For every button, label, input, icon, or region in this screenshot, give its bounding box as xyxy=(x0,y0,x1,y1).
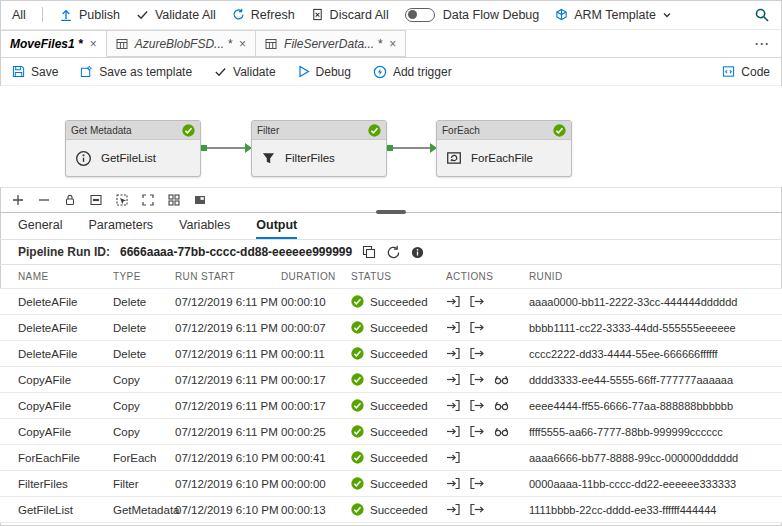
output-icon[interactable] xyxy=(470,477,484,490)
publish-button[interactable]: Publish xyxy=(59,8,120,22)
activity-header: Filter xyxy=(252,121,386,140)
input-icon[interactable] xyxy=(446,373,460,386)
search-button[interactable] xyxy=(754,7,770,23)
copy-icon xyxy=(362,245,376,259)
input-icon[interactable] xyxy=(446,347,460,360)
panel-resize-handle[interactable] xyxy=(376,210,406,214)
code-button[interactable]: Code xyxy=(722,65,770,79)
zoom-in-button[interactable] xyxy=(6,190,29,211)
run-actions-cell xyxy=(446,425,529,438)
details-icon[interactable] xyxy=(494,399,509,412)
table-row[interactable]: GetFileList GetMetadata 07/12/2019 6:10 … xyxy=(0,497,782,523)
input-icon[interactable] xyxy=(446,399,460,412)
refresh-runs-button[interactable] xyxy=(386,245,401,260)
debug-button[interactable]: Debug xyxy=(298,65,351,79)
run-name-cell: DeleteAFile xyxy=(18,296,113,308)
input-icon[interactable] xyxy=(446,451,460,464)
info-button[interactable] xyxy=(411,246,424,259)
run-status-cell: Succeeded xyxy=(351,347,446,360)
chevron-down-icon xyxy=(662,10,672,20)
output-icon[interactable] xyxy=(470,373,484,386)
table-row[interactable]: CopyAFile Copy 07/12/2019 6:11 PM 00:00:… xyxy=(0,393,782,419)
table-row[interactable]: DeleteAFile Delete 07/12/2019 6:11 PM 00… xyxy=(0,341,782,367)
tab-fileserverdata[interactable]: FileServerData... * × xyxy=(256,30,406,57)
output-icon[interactable] xyxy=(470,503,484,516)
info-icon xyxy=(75,150,92,167)
zoom-out-button[interactable] xyxy=(32,190,55,211)
run-id-cell: dddd3333-ee44-5555-66ff-777777aaaaaa xyxy=(529,374,782,386)
activity-get-metadata[interactable]: Get Metadata GetFileList xyxy=(65,120,201,177)
run-status-label: Succeeded xyxy=(370,374,428,386)
tab-output[interactable]: Output xyxy=(256,213,297,239)
input-icon[interactable] xyxy=(446,503,460,516)
arm-template-button[interactable]: ARM Template xyxy=(555,8,672,22)
zoom-reset-button[interactable] xyxy=(84,190,107,211)
add-trigger-button[interactable]: Add trigger xyxy=(373,65,452,79)
succeeded-check-icon xyxy=(351,295,364,308)
details-icon[interactable] xyxy=(494,425,509,438)
output-icon[interactable] xyxy=(470,347,484,360)
output-icon[interactable] xyxy=(470,399,484,412)
run-id-cell: ffff5555-aa66-7777-88bb-999999cccccc xyxy=(529,426,782,438)
lock-canvas-button[interactable] xyxy=(58,190,81,211)
run-name-cell: GetFileList xyxy=(18,504,113,516)
copy-run-id-button[interactable] xyxy=(362,245,376,259)
input-icon[interactable] xyxy=(446,321,460,334)
table-row[interactable]: FilterFiles Filter 07/12/2019 6:10 PM 00… xyxy=(0,471,782,497)
tab-movefiles1[interactable]: MoveFiles1 * × xyxy=(0,30,107,57)
activity-filter[interactable]: Filter FilterFiles xyxy=(251,120,387,177)
arm-template-label: ARM Template xyxy=(574,8,656,22)
table-row[interactable]: CopyAFile Copy 07/12/2019 6:11 PM 00:00:… xyxy=(0,367,782,393)
refresh-button[interactable]: Refresh xyxy=(232,8,295,22)
data-flow-debug-toggle[interactable] xyxy=(405,8,435,22)
succeeded-check-icon xyxy=(351,321,364,334)
pipeline-toolbar: Save Save as template Validate Debug Add… xyxy=(0,58,782,86)
discard-all-button[interactable]: Discard All xyxy=(311,8,389,22)
pipeline-run-id-row: Pipeline Run ID: 6666aaaa-77bb-cccc-dd88… xyxy=(0,240,782,265)
resource-filter-all[interactable]: All xyxy=(12,8,26,22)
tab-azureblobfsd[interactable]: AzureBlobFSD... * × xyxy=(107,30,256,57)
table-row[interactable]: CopyAFile Copy 07/12/2019 6:11 PM 00:00:… xyxy=(0,419,782,445)
validate-all-button[interactable]: Validate All xyxy=(136,8,216,22)
save-as-template-button[interactable]: Save as template xyxy=(80,65,192,79)
run-type-cell: GetMetadata xyxy=(113,504,175,516)
output-icon[interactable] xyxy=(470,321,484,334)
table-row[interactable]: DeleteAFile Delete 07/12/2019 6:11 PM 00… xyxy=(0,315,782,341)
pipeline-canvas[interactable]: Get Metadata GetFileList Filter FilterFi… xyxy=(0,86,782,187)
run-status-cell: Succeeded xyxy=(351,321,446,334)
output-icon[interactable] xyxy=(470,295,484,308)
validate-button[interactable]: Validate xyxy=(214,65,275,79)
run-start-cell: 07/12/2019 6:10 PM xyxy=(175,478,281,490)
output-icon[interactable] xyxy=(470,425,484,438)
run-id-cell: aaaa6666-bb77-8888-99cc-000000dddddd xyxy=(529,452,782,464)
tab-general[interactable]: General xyxy=(18,213,62,239)
dataset-table-icon xyxy=(265,38,277,50)
run-type-cell: ForEach xyxy=(113,452,175,464)
close-icon[interactable]: × xyxy=(239,37,246,51)
tab-label: FileServerData... * xyxy=(284,37,382,51)
save-button[interactable]: Save xyxy=(12,65,58,79)
input-icon[interactable] xyxy=(446,477,460,490)
table-row[interactable]: ForEachFile ForEach 07/12/2019 6:10 PM 0… xyxy=(0,445,782,471)
activity-foreach[interactable]: ForEach ForEachFile xyxy=(436,120,572,177)
activity-body: ForEachFile xyxy=(437,140,571,176)
run-id-cell: aaaa0000-bb11-2222-33cc-444444dddddd xyxy=(529,296,782,308)
auto-align-button[interactable] xyxy=(162,190,185,211)
input-icon[interactable] xyxy=(446,295,460,308)
table-row[interactable]: DeleteAFile Delete 07/12/2019 6:11 PM 00… xyxy=(0,289,782,315)
tab-parameters[interactable]: Parameters xyxy=(88,213,153,239)
header-run-start: RUN START xyxy=(175,271,281,282)
zoom-to-fit-button[interactable] xyxy=(136,190,159,211)
details-icon[interactable] xyxy=(494,373,509,386)
tab-variables[interactable]: Variables xyxy=(179,213,230,239)
close-icon[interactable]: × xyxy=(90,37,97,51)
header-runid: RUNID xyxy=(529,271,782,282)
input-icon[interactable] xyxy=(446,425,460,438)
tab-overflow-button[interactable]: ··· xyxy=(755,37,770,51)
check-icon xyxy=(214,65,227,78)
multi-select-button[interactable] xyxy=(110,190,133,211)
activity-name-label: ForEachFile xyxy=(471,152,533,164)
refresh-label: Refresh xyxy=(251,8,295,22)
close-icon[interactable]: × xyxy=(389,37,396,51)
minimap-button[interactable] xyxy=(188,190,211,211)
